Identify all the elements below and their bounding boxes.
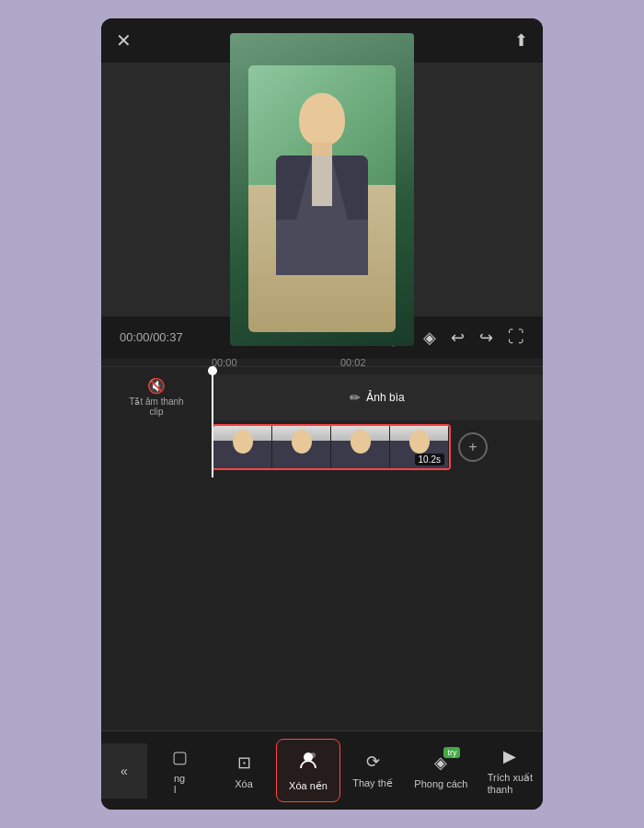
redo-button[interactable]: ↪	[479, 328, 493, 348]
thumb-3	[331, 426, 390, 468]
thumb-4: 10.2s	[390, 426, 449, 468]
track-row-cover: 🔇 Tắt âm thanhclip ✏ Ảnh bìa	[101, 374, 543, 420]
export-button[interactable]: ⬆	[514, 30, 528, 51]
undo-button[interactable]: ↩	[451, 328, 465, 348]
fullscreen-button[interactable]: ⛶	[508, 328, 524, 347]
toolbar-ng-icon: ▢	[172, 747, 188, 767]
toolbar-phong-cach-label: Phong cách	[414, 778, 467, 789]
toolbar-xoa-label: Xóa	[235, 778, 253, 789]
phone-container: ✕ 720P ▼ ⬆	[101, 18, 543, 810]
video-track[interactable]: ⋮	[212, 424, 451, 470]
toolbar-xoa-icon: ⊡	[237, 753, 251, 773]
toolbar-xoa-nen-label: Xóa nền	[289, 780, 328, 792]
timeline-ruler: 00:00 00:02	[101, 359, 543, 367]
cover-track[interactable]: ✏ Ảnh bìa	[212, 374, 543, 420]
toolbar-item-phong-cach[interactable]: ◈ try Phong cách	[405, 739, 477, 802]
track-row-video: ⋮	[212, 424, 543, 470]
collapse-button[interactable]: «	[101, 743, 147, 799]
toolbar-thay-the-icon: ⟳	[366, 752, 380, 772]
timeline-tracks: 🔇 Tắt âm thanhclip ✏ Ảnh bìa ⋮	[101, 367, 543, 477]
timeline-spacer	[101, 477, 543, 731]
magic-button[interactable]: ◈	[423, 328, 436, 348]
bottom-toolbar: « ▢ ngl ⊡ Xóa	[101, 730, 543, 810]
toolbar-items: ▢ ngl ⊡ Xóa Xóa nền	[147, 739, 543, 802]
add-clip-icon: +	[468, 439, 477, 455]
cover-edit-icon: ✏	[350, 390, 361, 405]
cover-track-content: ✏ Ảnh bìa	[212, 374, 543, 420]
mute-label: Tắt âm thanhclip	[129, 397, 183, 417]
add-clip-button[interactable]: +	[458, 432, 488, 462]
toolbar-ng-label: ngl	[174, 773, 185, 795]
svg-point-1	[310, 753, 316, 758]
toolbar-thay-the-label: Thay thế	[352, 777, 393, 789]
duration-badge: 10.2s	[415, 454, 444, 466]
toolbar-item-xoa-nen[interactable]: Xóa nền	[276, 739, 340, 802]
try-badge: try	[443, 747, 460, 758]
mute-icon[interactable]: 🔇	[147, 377, 166, 395]
toolbar-trich-xuat-icon: ▶	[503, 746, 516, 766]
toolbar-trich-xuat-label: Trích xuấtthanh	[488, 772, 533, 795]
toolbar-item-trich-xuat[interactable]: ▶ Trích xuấtthanh	[477, 739, 543, 802]
thumb-1	[213, 426, 272, 468]
toolbar-item-ng[interactable]: ▢ ngl	[147, 739, 212, 802]
toolbar-item-xoa[interactable]: ⊡ Xóa	[212, 739, 276, 802]
phong-cach-icon-wrapper: ◈ try	[434, 753, 447, 773]
collapse-icon: «	[121, 764, 128, 778]
video-preview	[230, 33, 414, 346]
time-display: 00:00/00:37	[120, 330, 183, 344]
close-button[interactable]: ✕	[116, 29, 132, 52]
timeline-area: 00:00 00:02 🔇 Tắt âm thanhclip ✏ Ảnh bìa	[101, 359, 543, 477]
thumb-2	[272, 426, 331, 468]
track-controls-mute: 🔇 Tắt âm thanhclip	[101, 377, 212, 417]
cover-label: Ảnh bìa	[366, 391, 404, 404]
toolbar-xoa-nen-icon	[298, 750, 318, 775]
preview-area	[101, 63, 543, 316]
toolbar-item-thay-the[interactable]: ⟳ Thay thế	[340, 739, 405, 802]
